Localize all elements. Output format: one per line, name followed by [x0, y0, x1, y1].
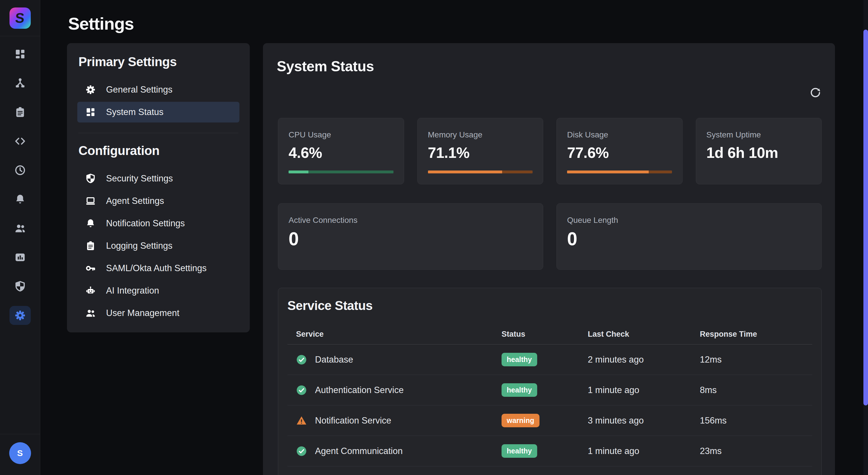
nav-item-label: Security Settings	[106, 173, 173, 184]
nav-divider	[79, 133, 238, 133]
nav-item-security-settings[interactable]: Security Settings	[77, 168, 240, 189]
robot-icon	[85, 286, 96, 296]
nav-item-label: AI Integration	[106, 286, 159, 296]
sidebar-item-notifications[interactable]	[9, 194, 31, 205]
table-row: Database healthy 2 minutes ago 12ms	[287, 345, 812, 375]
nav-item-label: Agent Settings	[106, 196, 164, 206]
metric-card-disk: Disk Usage 77.6%	[556, 118, 683, 184]
nav-item-label: System Status	[106, 107, 163, 117]
sidebar-item-security[interactable]	[9, 280, 31, 292]
sidebar-item-history[interactable]	[9, 165, 31, 176]
sidebar-nav	[0, 36, 40, 321]
primary-settings-heading: Primary Settings	[79, 55, 240, 69]
status-badge: healthy	[501, 383, 537, 397]
clock-icon	[14, 165, 26, 176]
check-circle-icon	[296, 385, 307, 396]
service-name: Notification Service	[315, 415, 391, 426]
column-header-service: Service	[287, 330, 501, 339]
status-badge: warning	[501, 414, 539, 427]
response-time: 23ms	[700, 446, 812, 456]
users-icon	[85, 308, 96, 318]
refresh-icon	[810, 87, 821, 98]
sidebar-item-code[interactable]	[9, 136, 31, 147]
app-window: S	[0, 0, 868, 475]
refresh-button[interactable]	[808, 86, 822, 99]
dashboard-icon	[14, 48, 26, 60]
sidebar-footer: S	[0, 434, 40, 475]
column-header-status: Status	[501, 330, 588, 339]
check-circle-icon	[296, 354, 307, 365]
nav-item-general-settings[interactable]: General Settings	[77, 79, 240, 100]
last-check: 1 minute ago	[588, 385, 700, 395]
table-row: Agent Communication healthy 1 minute ago…	[287, 436, 812, 466]
table-header-row: Service Status Last Check Response Time	[287, 324, 812, 345]
last-check: 3 minutes ago	[588, 415, 700, 426]
nav-item-notification-settings[interactable]: Notification Settings	[77, 213, 240, 234]
system-status-title: System Status	[277, 58, 374, 75]
table-row: Notification Service warning 3 minutes a…	[287, 406, 812, 436]
status-badge: healthy	[501, 353, 537, 366]
counter-label: Active Connections	[288, 216, 533, 225]
response-time: 12ms	[700, 355, 812, 365]
metric-card-cpu: CPU Usage 4.6%	[278, 118, 404, 184]
nav-item-agent-settings[interactable]: Agent Settings	[77, 190, 240, 211]
nav-item-label: Notification Settings	[106, 218, 185, 229]
nav-item-ai-integration[interactable]: AI Integration	[77, 280, 240, 301]
nav-item-system-status[interactable]: System Status	[77, 102, 240, 122]
gear-icon	[14, 310, 26, 321]
scrollbar-track[interactable]	[863, 0, 868, 475]
page-title: Settings	[68, 14, 134, 34]
settings-nav-panel: Primary Settings General Settings	[67, 43, 250, 332]
page-content: Settings Primary Settings General Settin…	[40, 0, 868, 475]
service-status-title: Service Status	[287, 298, 812, 313]
sidebar-item-analytics[interactable]	[9, 251, 31, 263]
metric-label: Disk Usage	[567, 130, 672, 140]
bell-icon	[14, 194, 26, 205]
warning-triangle-icon	[296, 415, 307, 426]
clipboard-icon	[85, 241, 96, 251]
column-header-last-check: Last Check	[588, 330, 700, 339]
counter-value: 0	[288, 228, 533, 249]
service-name: Agent Communication	[315, 446, 403, 456]
metric-card-memory: Memory Usage 71.1%	[417, 118, 544, 184]
sidebar-item-tasks[interactable]	[9, 107, 31, 118]
metric-value: 4.6%	[288, 144, 394, 161]
user-avatar[interactable]: S	[9, 442, 31, 464]
app-logo[interactable]: S	[9, 7, 31, 29]
service-name: Authentication Service	[315, 385, 404, 395]
service-status-table: Service Status Last Check Response Time …	[287, 324, 812, 466]
nav-item-user-management[interactable]: User Management	[77, 303, 240, 324]
column-header-response-time: Response Time	[700, 330, 812, 339]
cpu-progress-fill	[288, 171, 308, 173]
users-icon	[14, 222, 26, 234]
metric-label: Memory Usage	[428, 130, 533, 140]
counter-label: Queue Length	[567, 216, 811, 225]
scrollbar-thumb[interactable]	[863, 30, 868, 406]
sidebar-item-agents[interactable]	[9, 77, 31, 89]
sidebar-item-users[interactable]	[9, 222, 31, 234]
nav-item-label: SAML/Okta Auth Settings	[106, 263, 207, 273]
sidebar-item-dashboard[interactable]	[9, 48, 31, 60]
metric-cards: CPU Usage 4.6% Memory Usage 71.1% Disk U…	[278, 118, 822, 184]
bar-chart-icon	[14, 251, 26, 263]
counter-card-queue-length: Queue Length 0	[556, 203, 822, 270]
gear-icon	[85, 85, 96, 95]
sidebar-item-settings[interactable]	[9, 306, 31, 325]
response-time: 8ms	[700, 385, 812, 395]
nav-item-logging-settings[interactable]: Logging Settings	[77, 236, 240, 256]
metric-value: 77.6%	[567, 144, 672, 161]
network-icon	[14, 77, 26, 89]
counter-card-active-connections: Active Connections 0	[278, 203, 543, 270]
metric-label: System Uptime	[707, 130, 811, 140]
laptop-icon	[85, 196, 96, 206]
counter-cards: Active Connections 0 Queue Length 0	[278, 203, 822, 270]
nav-item-saml-okta-auth-settings[interactable]: SAML/Okta Auth Settings	[77, 258, 240, 278]
shield-icon	[14, 280, 26, 292]
shield-icon	[85, 173, 96, 184]
nav-item-label: Logging Settings	[106, 241, 173, 251]
nav-item-label: General Settings	[106, 85, 173, 95]
memory-progress-track	[428, 171, 533, 173]
last-check: 2 minutes ago	[588, 355, 700, 365]
table-row: Authentication Service healthy 1 minute …	[287, 375, 812, 406]
key-icon	[85, 263, 96, 273]
